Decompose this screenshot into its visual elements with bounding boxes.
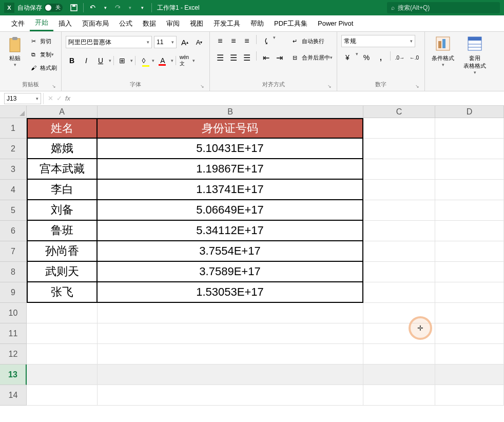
redo-icon[interactable] [112, 3, 123, 13]
cell-b8[interactable]: 3.7589E+17 [98, 262, 363, 282]
italic-button[interactable]: I [80, 54, 92, 67]
name-box[interactable]: J13▾ [4, 93, 41, 104]
search-input[interactable]: ⌕ 搜索(Alt+Q) [387, 2, 500, 13]
row-header-5[interactable]: 5 [0, 200, 27, 221]
cell-a12[interactable] [27, 344, 98, 365]
bold-button[interactable]: B [66, 54, 78, 67]
cell-d8[interactable] [435, 262, 504, 282]
phonetic-dropdown[interactable]: ▾ [192, 58, 195, 63]
alignment-launcher[interactable]: ↘ [326, 82, 333, 88]
cell-b1[interactable]: 身份证号码 [98, 118, 363, 139]
border-dropdown[interactable]: ▾ [130, 58, 133, 63]
row-header-12[interactable]: 12 [0, 344, 27, 365]
tab-help[interactable]: 帮助 [245, 16, 269, 31]
tab-powerpivot[interactable]: Power Pivot [313, 16, 358, 31]
cell-d6[interactable] [435, 221, 504, 241]
cell-b11[interactable] [98, 323, 363, 344]
select-all-button[interactable] [0, 106, 27, 118]
font-name-select[interactable]: 阿里巴巴普惠体▾ [66, 36, 152, 48]
cell-b14[interactable] [98, 385, 363, 406]
cell-d2[interactable] [435, 139, 504, 159]
underline-dropdown[interactable]: ▾ [109, 58, 111, 63]
cell-c8[interactable] [363, 262, 435, 282]
cell-c1[interactable] [363, 118, 435, 139]
cell-b3[interactable]: 1.19867E+17 [98, 159, 363, 180]
cell-b4[interactable]: 1.13741E+17 [98, 180, 363, 200]
tab-review[interactable]: 审阅 [161, 16, 185, 31]
align-bottom-button[interactable]: ≡ [241, 35, 253, 47]
fillcolor-button[interactable]: ◊ [138, 54, 150, 67]
cell-d12[interactable] [435, 344, 504, 365]
tab-pdftools[interactable]: PDF工具集 [269, 16, 313, 31]
cell-a14[interactable] [27, 385, 98, 406]
cell-d7[interactable] [435, 241, 504, 262]
cell-b13[interactable] [98, 365, 363, 385]
orientation-button[interactable]: ⤹ [260, 35, 272, 47]
row-header-14[interactable]: 14 [0, 385, 27, 406]
cell-a8[interactable]: 武则天 [27, 262, 98, 282]
cell-d5[interactable] [435, 200, 504, 221]
row-header-8[interactable]: 8 [0, 262, 27, 282]
column-header-b[interactable]: B [98, 106, 363, 118]
row-header-11[interactable]: 11 [0, 323, 27, 344]
cell-b12[interactable] [98, 344, 363, 365]
align-left-button[interactable]: ☰ [214, 51, 226, 64]
decrease-font-button[interactable]: A▾ [193, 36, 205, 48]
tab-pagelayout[interactable]: 页面布局 [77, 16, 114, 31]
number-format-select[interactable]: 常规▾ [341, 35, 415, 47]
underline-button[interactable]: U [94, 54, 107, 67]
cell-a2[interactable]: 嫦娥 [27, 139, 98, 159]
cell-c3[interactable] [363, 159, 435, 180]
cell-c4[interactable] [363, 180, 435, 200]
cell-c5[interactable] [363, 200, 435, 221]
fx-icon[interactable]: fx [65, 94, 70, 102]
cell-a13[interactable] [27, 365, 98, 385]
row-header-9[interactable]: 9 [0, 282, 27, 303]
undo-dropdown[interactable]: ▾ [100, 3, 110, 13]
cell-c6[interactable] [363, 221, 435, 241]
cell-a3[interactable]: 宫本武藏 [27, 159, 98, 180]
cell-b9[interactable]: 1.53053E+17 [98, 282, 363, 303]
tab-developer[interactable]: 开发工具 [208, 16, 245, 31]
cell-a11[interactable] [27, 323, 98, 344]
currency-dropdown[interactable]: ▾ [356, 51, 358, 64]
cell-c14[interactable] [363, 385, 435, 406]
row-header-4[interactable]: 4 [0, 180, 27, 200]
cell-a7[interactable]: 孙尚香 [27, 241, 98, 262]
tab-view[interactable]: 视图 [185, 16, 208, 31]
undo-icon[interactable] [88, 3, 98, 13]
row-header-1[interactable]: 1 [0, 118, 27, 139]
tab-home[interactable]: 开始 [30, 16, 53, 31]
cell-c7[interactable] [363, 241, 435, 262]
cell-d1[interactable] [435, 118, 504, 139]
border-button[interactable]: ⊞ [116, 54, 128, 67]
column-header-d[interactable]: D [435, 106, 504, 118]
decrease-decimal-button[interactable]: ←.0 [408, 51, 420, 64]
row-header-6[interactable]: 6 [0, 221, 27, 241]
cell-b2[interactable]: 5.10431E+17 [98, 139, 363, 159]
cut-button[interactable]: ✂剪切 [29, 35, 57, 47]
fillcolor-dropdown[interactable]: ▾ [152, 58, 154, 63]
row-header-3[interactable]: 3 [0, 159, 27, 180]
fontcolor-button[interactable]: A [157, 54, 169, 67]
cell-a10[interactable] [27, 303, 98, 323]
align-middle-button[interactable]: ≡ [227, 35, 240, 47]
formula-input[interactable] [74, 93, 504, 104]
cell-a9[interactable]: 张飞 [27, 282, 98, 303]
column-header-c[interactable]: C [363, 106, 435, 118]
save-icon[interactable] [69, 3, 79, 13]
paste-button[interactable]: 粘贴 ▾ [4, 35, 26, 80]
tab-file[interactable]: 文件 [6, 16, 30, 31]
row-header-10[interactable]: 10 [0, 303, 27, 323]
row-header-2[interactable]: 2 [0, 139, 27, 159]
cell-a6[interactable]: 鲁班 [27, 221, 98, 241]
tab-insert[interactable]: 插入 [53, 16, 77, 31]
wrap-text-button[interactable]: ↵自动换行 [289, 35, 333, 47]
decrease-indent-button[interactable]: ⇤ [260, 51, 272, 64]
increase-indent-button[interactable]: ⇥ [273, 51, 285, 64]
font-launcher[interactable]: ↘ [199, 82, 205, 88]
cell-a5[interactable]: 刘备 [27, 200, 98, 221]
row-header-13[interactable]: 13 [0, 365, 27, 385]
formatpainter-button[interactable]: 🖌格式刷 [29, 62, 57, 74]
cell-d4[interactable] [435, 180, 504, 200]
